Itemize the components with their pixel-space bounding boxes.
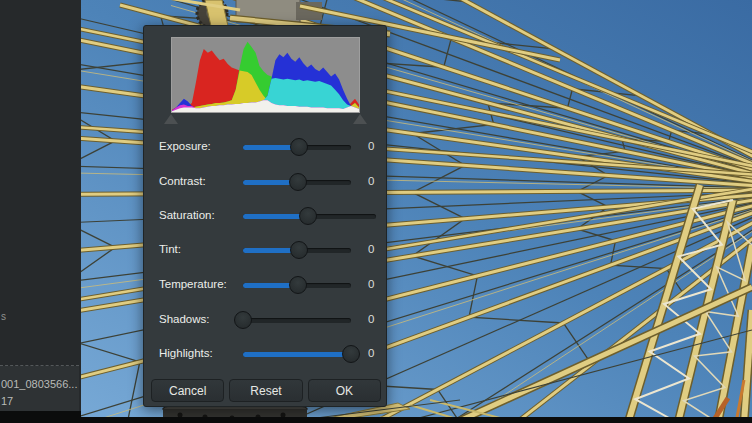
tint-slider-thumb[interactable] [290, 241, 308, 259]
temperature-value: 0 [368, 278, 374, 290]
tint-slider[interactable] [243, 248, 351, 253]
slider-row-exposure: Exposure:0 [144, 137, 388, 157]
exposure-value: 0 [368, 140, 374, 152]
exposure-label: Exposure: [159, 140, 211, 152]
reset-button[interactable]: Reset [229, 379, 302, 402]
sidebar: s 001_0803566... 17 [0, 0, 81, 423]
slider-row-contrast: Contrast:0 [144, 172, 388, 192]
dialog-button-row: CancelResetOK [151, 379, 381, 402]
slider-row-temperature: Temperature:0 [144, 275, 388, 295]
shadows-slider-thumb[interactable] [234, 311, 252, 329]
exposure-slider-thumb[interactable] [290, 138, 308, 156]
file-subtext-label: 17 [1, 395, 13, 407]
highlights-slider[interactable] [243, 352, 351, 357]
slider-row-highlights: Highlights:0 [144, 344, 388, 364]
slider-row-saturation: Saturation: [144, 206, 388, 226]
histogram [171, 37, 360, 113]
contrast-slider[interactable] [243, 180, 351, 185]
contrast-value: 0 [368, 175, 374, 187]
highlights-value: 0 [368, 347, 374, 359]
saturation-label: Saturation: [159, 209, 215, 221]
temperature-slider-thumb[interactable] [289, 276, 307, 294]
temperature-label: Temperature: [159, 278, 227, 290]
highlights-slider-fill [243, 352, 351, 357]
file-list-item[interactable]: 001_0803566... 17 [0, 366, 79, 411]
histogram-black-point-marker[interactable] [164, 114, 178, 124]
histogram-white-point-marker[interactable] [353, 114, 367, 124]
saturation-slider-thumb[interactable] [299, 207, 317, 225]
highlights-slider-thumb[interactable] [342, 345, 360, 363]
bottom-status-strip [0, 417, 752, 423]
ok-button[interactable]: OK [308, 379, 381, 402]
tint-value: 0 [368, 243, 374, 255]
adjust-colors-dialog: Exposure:0Contrast:0Saturation:Tint:0Tem… [143, 25, 387, 407]
temperature-slider[interactable] [243, 283, 351, 288]
file-name-label: 001_0803566... [1, 378, 77, 390]
slider-row-shadows: Shadows:0 [144, 310, 388, 330]
exposure-slider[interactable] [243, 145, 351, 150]
saturation-slider[interactable] [243, 214, 376, 219]
shadows-value: 0 [368, 313, 374, 325]
highlights-label: Highlights: [159, 347, 213, 359]
shadows-label: Shadows: [159, 313, 210, 325]
shadows-slider[interactable] [243, 318, 351, 323]
tint-label: Tint: [159, 243, 181, 255]
contrast-label: Contrast: [159, 175, 206, 187]
slider-row-tint: Tint:0 [144, 240, 388, 260]
contrast-slider-thumb[interactable] [289, 173, 307, 191]
sidebar-label-fragment: s [1, 311, 6, 322]
cancel-button[interactable]: Cancel [151, 379, 224, 402]
